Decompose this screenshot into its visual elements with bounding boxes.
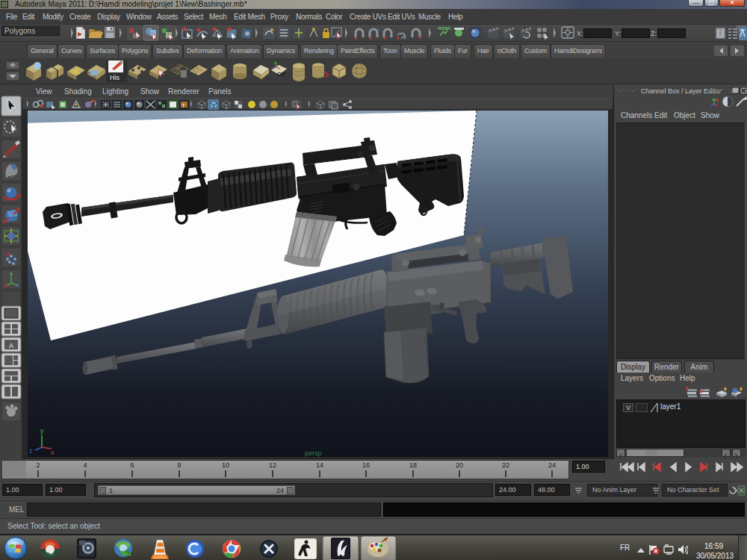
- svg-text:persp: persp: [305, 449, 322, 457]
- svg-text:T: T: [182, 102, 185, 109]
- svg-text:2: 2: [36, 461, 40, 469]
- svg-text:z: z: [29, 447, 33, 455]
- svg-text:His: His: [110, 74, 120, 81]
- svg-text:12: 12: [269, 461, 276, 469]
- svg-text:14: 14: [316, 461, 323, 469]
- svg-text:4: 4: [83, 461, 87, 469]
- svg-text:CP: CP: [277, 71, 286, 78]
- svg-text:A: A: [9, 342, 13, 349]
- svg-text:6: 6: [130, 461, 134, 469]
- svg-text:18: 18: [409, 461, 417, 469]
- svg-text:x: x: [51, 449, 55, 456]
- svg-text:20: 20: [456, 461, 463, 469]
- svg-text:22: 22: [502, 461, 509, 469]
- svg-text:10: 10: [222, 461, 229, 469]
- svg-text:16: 16: [362, 461, 370, 469]
- svg-text:y: y: [40, 427, 44, 435]
- svg-text:8: 8: [177, 461, 181, 469]
- svg-text:24: 24: [548, 461, 556, 469]
